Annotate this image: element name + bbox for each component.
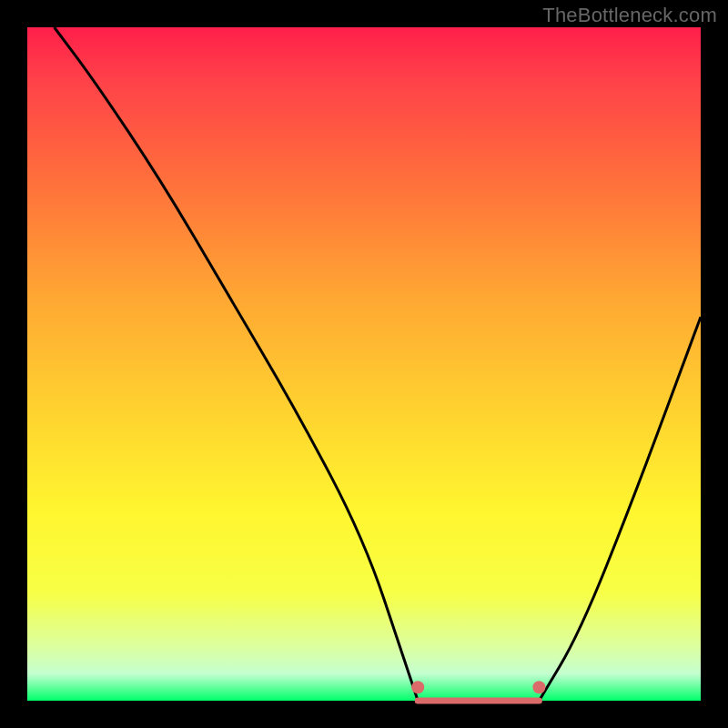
left-curve-path bbox=[55, 27, 419, 701]
left-marker-dot bbox=[411, 681, 424, 693]
right-curve-path bbox=[539, 317, 701, 701]
bottleneck-curve-chart bbox=[0, 0, 728, 728]
right-marker-dot bbox=[532, 681, 545, 693]
attribution-text: TheBottleneck.com bbox=[542, 4, 717, 27]
